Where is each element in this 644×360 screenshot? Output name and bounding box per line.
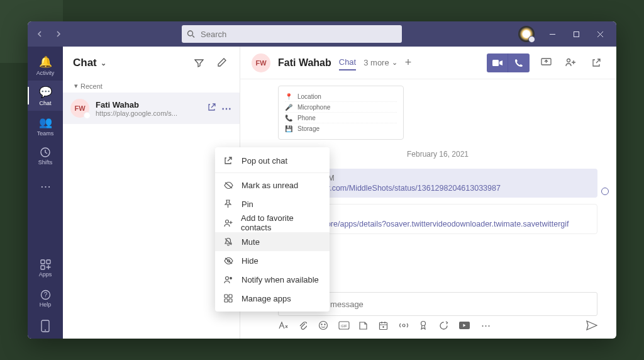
popout-chat-button[interactable] [587,54,605,72]
ctx-mute[interactable]: Mute [215,232,330,251]
ctx-pin[interactable]: Pin [215,194,330,213]
rail-teams[interactable]: 👥 Teams [28,111,63,141]
svg-rect-1 [574,31,579,37]
search-input[interactable] [182,25,402,43]
rail-label: Teams [37,130,54,137]
ctx-manage-apps[interactable]: Manage apps [215,289,330,308]
more-options-button[interactable]: ⋯ [479,320,492,331]
svg-point-25 [230,277,232,279]
rail-label: Activity [36,70,55,76]
message-status-icon [601,188,609,195]
chat-list-item[interactable]: FW Fati Wahab https://play.google.com/s.… [63,93,240,124]
chat-item-preview: https://play.google.com/s... [96,110,201,117]
svg-rect-4 [47,260,50,264]
chevron-down-icon: ⌄ [101,59,106,67]
format-button[interactable] [278,321,291,330]
message-time: 2/16 12:38 AM [286,174,590,183]
praise-button[interactable] [419,320,431,330]
app-rail: 🔔 Activity 💬 Chat 👥 Teams Shifts ⋯ [28,47,63,339]
message-link[interactable]: ogle.com/store/apps/details?osaver.twitt… [286,220,589,228]
chat-list-title[interactable]: Chat ⌄ [73,57,106,69]
filter-button[interactable] [191,55,207,71]
caret-icon: ▾ [74,82,78,90]
rail-shifts[interactable]: Shifts [28,141,63,171]
send-button[interactable] [586,320,597,330]
ctx-notify[interactable]: Notify when available [215,270,330,289]
emoji-button[interactable] [318,320,331,330]
chevron-down-icon: ⌄ [392,59,397,67]
rail-mobile[interactable] [28,313,63,339]
minimize-button[interactable] [541,24,564,44]
pin-icon [224,200,234,208]
section-label-text: Recent [80,82,103,90]
ctx-label: Pop out chat [242,156,287,166]
chat-item-more-button[interactable]: ⋯ [221,103,232,115]
ctx-hide[interactable]: Hide [215,251,330,270]
approvals-button[interactable] [439,321,452,330]
teams-icon: 👥 [39,116,52,129]
svg-point-0 [188,31,193,36]
video-clip-button[interactable] [459,322,472,329]
schedule-meeting-button[interactable] [379,321,391,330]
new-chat-button[interactable] [213,55,230,71]
maximize-button[interactable] [565,24,587,44]
video-call-button[interactable] [487,53,508,72]
location-icon: 📍 [285,93,292,100]
svg-point-19 [402,324,405,327]
ctx-label: Notify when available [242,275,319,284]
rail-help[interactable]: ? Help [28,283,63,313]
message-time: 6 12:51 AM [286,210,589,218]
section-recent[interactable]: ▾ Recent [63,79,240,93]
search-icon [187,30,195,38]
svg-rect-5 [41,266,45,269]
chat-list-header: Chat ⌄ [63,47,240,79]
rail-label: Shifts [38,159,53,166]
share-screen-button[interactable] [537,54,555,72]
svg-rect-10 [492,60,499,66]
ctx-label: Mark as unread [242,181,298,190]
close-button[interactable] [589,24,611,44]
gif-button[interactable]: GIF [338,321,351,330]
microphone-icon: 🎤 [285,104,292,111]
ctx-label: Add to favorite contacts [241,213,321,232]
ctx-label: Pin [242,200,253,209]
ctx-label: Hide [242,256,258,266]
titlebar [28,21,616,47]
attachment-card: 📍Location 🎤Microphone 📞Phone 💾Storage [278,86,404,140]
message-link[interactable]: https://twitter.com/MiddleShots/status/1… [286,184,590,193]
popout-icon[interactable] [208,103,216,115]
rail-activity[interactable]: 🔔 Activity [28,50,63,81]
add-tab-button[interactable]: + [405,56,412,69]
ellipsis-icon: ⋯ [40,180,51,193]
app-window: 🔔 Activity 💬 Chat 👥 Teams Shifts ⋯ [28,21,616,339]
ctx-favorite[interactable]: Add to favorite contacts [215,213,330,232]
popout-icon [224,156,234,165]
svg-point-24 [226,276,229,279]
tab-chat[interactable]: Chat [339,57,356,70]
rail-label: Apps [39,271,52,278]
chat-item-name: Fati Wahab [96,100,201,110]
svg-rect-26 [225,295,228,298]
stream-button[interactable] [399,321,411,330]
svg-rect-3 [41,260,45,264]
rail-chat[interactable]: 💬 Chat [28,81,63,111]
tabs-more[interactable]: 3 more ⌄ [364,58,397,67]
chat-icon: 💬 [39,86,52,99]
ctx-popout[interactable]: Pop out chat [215,151,330,170]
back-button[interactable] [33,26,48,42]
sticker-button[interactable] [358,321,371,330]
forward-button[interactable] [50,26,65,42]
attach-button[interactable] [298,320,311,330]
compose-toolbar: GIF ⋯ [278,320,597,331]
rail-more[interactable]: ⋯ [28,171,63,201]
chat-header-name: Fati Wahab [278,57,331,69]
chat-list-title-text: Chat [73,57,97,69]
svg-rect-27 [229,295,232,298]
audio-call-button[interactable] [508,53,530,72]
rail-apps[interactable]: Apps [28,253,63,283]
shifts-icon [40,147,51,158]
ctx-mark-unread[interactable]: Mark as unread [215,176,330,194]
add-people-button[interactable] [562,54,580,72]
profile-avatar[interactable] [518,26,535,42]
bell-icon: 🔔 [39,55,52,69]
